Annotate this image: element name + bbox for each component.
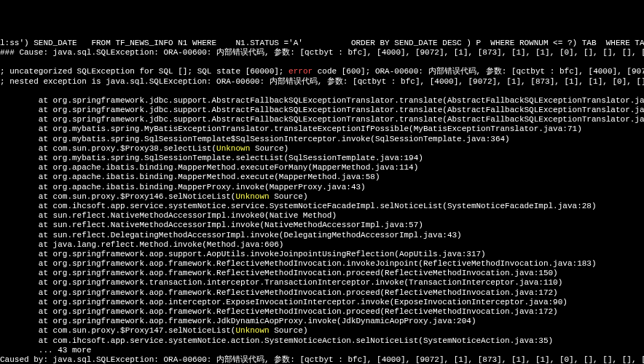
log-line: at org.apache.ibatis.binding.MapperMetho… (0, 173, 644, 182)
log-line: at org.springframework.aop.framework.Jdk… (0, 317, 644, 326)
log-line: at org.mybatis.spring.SqlSessionTemplate… (0, 154, 644, 163)
log-line: at org.apache.ibatis.binding.MapperMetho… (0, 163, 644, 173)
log-line: at org.springframework.aop.support.AopUt… (0, 250, 644, 259)
log-line: at com.sun.proxy.$Proxy38.selectList(Unk… (0, 144, 644, 154)
log-line-segment: at com.sun.proxy.$Proxy38.selectList( (0, 144, 216, 153)
log-line: l:ss') SEND_DATE FROM TF_NEWS_INFO N1 WH… (0, 39, 644, 48)
log-line (0, 58, 644, 67)
log-line (0, 87, 644, 96)
log-line: at com.ihcsoft.app.service.systemNotice.… (0, 202, 644, 211)
log-line: at sun.reflect.NativeMethodAccessorImpl.… (0, 211, 644, 221)
log-line: at org.springframework.jdbc.support.Abst… (0, 115, 644, 124)
log-line: at org.springframework.jdbc.support.Abst… (0, 96, 644, 106)
log-line: at org.mybatis.spring.MyBatisExceptionTr… (0, 124, 644, 134)
log-line-highlight: Unknown (235, 192, 269, 201)
log-line: at org.springframework.aop.framework.Ref… (0, 288, 644, 298)
log-line: at org.mybatis.spring.SqlSessionTemplate… (0, 135, 644, 144)
log-line-segment: ; uncategorized SQLException for SQL [];… (0, 67, 288, 76)
log-line-highlight: Unknown (216, 144, 250, 153)
log-line: ; uncategorized SQLException for SQL [];… (0, 67, 644, 76)
log-line: at sun.reflect.DelegatingMethodAccessorI… (0, 231, 644, 240)
log-line: at org.springframework.aop.framework.Ref… (0, 307, 644, 317)
log-line: at org.apache.ibatis.binding.MapperProxy… (0, 183, 644, 192)
log-line-segment: Source) (270, 326, 308, 335)
log-line-segment: at com.sun.proxy.$Proxy146.selNoticeList… (0, 192, 235, 201)
log-line: ; nested exception is java.sql.SQLExcept… (0, 77, 644, 87)
log-line: at com.ihcsoft.app.service.systemNotice.… (0, 336, 644, 346)
log-line-segment: code [600]; ORA-00600: 内部错误代码, 参数: [qctb… (313, 67, 644, 76)
log-line: ... 43 more (0, 346, 644, 355)
log-line: at org.springframework.jdbc.support.Abst… (0, 106, 644, 115)
log-line-highlight: Unknown (235, 326, 269, 335)
log-line-segment: Source) (250, 144, 288, 153)
log-line: at sun.reflect.NativeMethodAccessorImpl.… (0, 221, 644, 230)
log-line-segment: at com.sun.proxy.$Proxy147.selNoticeList… (0, 326, 235, 335)
log-line: ### Cause: java.sql.SQLException: ORA-00… (0, 48, 644, 58)
log-line: at org.springframework.aop.interceptor.E… (0, 298, 644, 307)
log-line: at com.sun.proxy.$Proxy147.selNoticeList… (0, 326, 644, 336)
log-line: at org.springframework.aop.framework.Ref… (0, 269, 644, 278)
log-line: at org.springframework.aop.framework.Ref… (0, 259, 644, 269)
terminal-log-output: l:ss') SEND_DATE FROM TF_NEWS_INFO N1 WH… (0, 39, 644, 364)
log-line: at java.lang.reflect.Method.invoke(Metho… (0, 240, 644, 250)
log-line: at com.sun.proxy.$Proxy146.selNoticeList… (0, 192, 644, 202)
log-line-segment: Source) (270, 192, 308, 201)
log-line: Caused by: java.sql.SQLException: ORA-00… (0, 355, 644, 364)
log-line-highlight: error (288, 67, 313, 76)
log-line: at org.springframework.transaction.inter… (0, 278, 644, 288)
